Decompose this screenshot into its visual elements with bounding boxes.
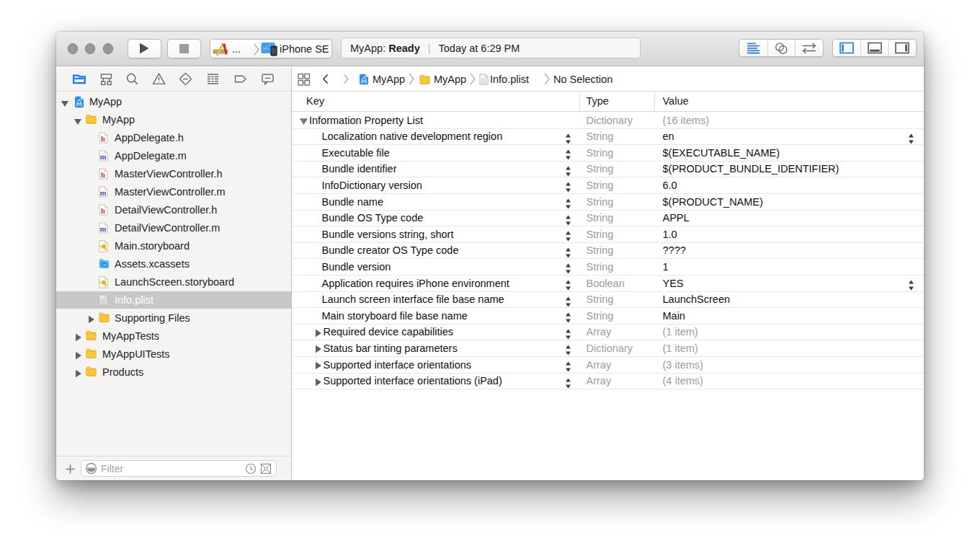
svg-text:h: h xyxy=(101,206,105,214)
svg-text:m: m xyxy=(100,224,107,232)
svg-text:PLIST: PLIST xyxy=(101,302,107,305)
svg-text:m: m xyxy=(100,188,107,196)
svg-text:PLIST: PLIST xyxy=(481,81,487,84)
svg-text:h: h xyxy=(101,134,105,142)
svg-text:m: m xyxy=(100,152,107,160)
svg-text:h: h xyxy=(101,170,105,178)
